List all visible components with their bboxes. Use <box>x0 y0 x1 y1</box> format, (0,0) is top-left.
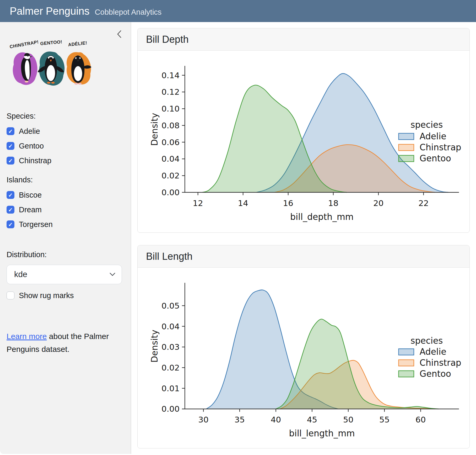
svg-text:12: 12 <box>193 198 203 208</box>
penguins-artwork: CHINSTRAP! GENTOO! ADÉLIE! <box>8 39 97 92</box>
show-rug-marks-checkbox[interactable] <box>7 292 14 299</box>
svg-text:0.01: 0.01 <box>161 384 180 393</box>
chevron-left-icon <box>115 29 124 39</box>
checkbox-label-chinstrap: Chinstrap <box>19 156 51 165</box>
checkbox-chinstrap[interactable] <box>7 157 14 165</box>
svg-text:20: 20 <box>373 198 383 208</box>
distribution-selected-value: kde <box>14 270 27 279</box>
show-rug-marks-label: Show rug marks <box>19 291 74 300</box>
svg-text:Chinstrap: Chinstrap <box>420 142 461 152</box>
checkbox-biscoe[interactable] <box>7 191 14 199</box>
svg-text:bill_length_mm: bill_length_mm <box>289 428 355 438</box>
svg-text:Adelie: Adelie <box>420 347 446 357</box>
svg-text:55: 55 <box>379 415 390 424</box>
islands-section-label: Islands: <box>7 176 131 184</box>
bill-length-card: Bill Length 303540455055600.000.010.020.… <box>137 245 470 448</box>
svg-text:species: species <box>410 120 443 130</box>
sidebar: CHINSTRAP! GENTOO! ADÉLIE! Species: Adel… <box>0 22 131 454</box>
svg-text:species: species <box>410 336 443 346</box>
learn-more-link[interactable]: Learn more <box>7 332 47 341</box>
checkbox-label-dream: Dream <box>19 205 42 214</box>
svg-text:Density: Density <box>149 330 160 363</box>
chinstrap-penguin-illustration <box>13 52 37 85</box>
bill-length-card-body: 303540455055600.000.010.020.030.040.05bi… <box>138 268 469 448</box>
checkbox-gentoo[interactable] <box>7 142 14 150</box>
svg-text:0.05: 0.05 <box>161 301 180 310</box>
svg-text:0.03: 0.03 <box>161 342 180 352</box>
app-title: Palmer Penguins <box>10 0 90 22</box>
svg-text:Density: Density <box>149 113 160 146</box>
svg-text:0.04: 0.04 <box>161 154 180 164</box>
bill-length-kde-plot: 303540455055600.000.010.020.030.040.05bi… <box>138 268 469 448</box>
species-section-label: Species: <box>7 112 131 120</box>
checkbox-row-chinstrap[interactable]: Chinstrap <box>7 157 131 165</box>
checkbox-torgersen[interactable] <box>7 220 14 228</box>
learn-more-paragraph: Learn more about the Palmer Penguins dat… <box>7 330 121 356</box>
checkbox-row-adelie[interactable]: Adelie <box>7 127 131 135</box>
svg-text:0.06: 0.06 <box>161 137 180 147</box>
sidebar-collapse-button[interactable] <box>115 29 124 39</box>
bill-depth-kde-plot: 1214161820220.000.020.040.060.080.100.12… <box>138 51 469 232</box>
main-content: Bill Depth 1214161820220.000.020.040.060… <box>131 22 476 454</box>
svg-text:bill_depth_mm: bill_depth_mm <box>290 212 354 222</box>
islands-checkbox-group: BiscoeDreamTorgersen <box>0 191 131 228</box>
chevron-down-icon <box>110 273 115 276</box>
bill-depth-card-title: Bill Depth <box>138 28 469 51</box>
artwork-label-gentoo: GENTOO! <box>40 39 62 46</box>
svg-text:14: 14 <box>238 198 248 208</box>
svg-text:Chinstrap: Chinstrap <box>420 358 461 368</box>
svg-text:0.00: 0.00 <box>161 188 180 197</box>
svg-text:0.14: 0.14 <box>161 71 180 80</box>
artwork-label-adelie: ADÉLIE! <box>68 40 87 47</box>
bill-depth-card: Bill Depth 1214161820220.000.020.040.060… <box>137 28 470 233</box>
svg-text:0.02: 0.02 <box>161 171 180 180</box>
checkbox-dream[interactable] <box>7 206 14 214</box>
bill-length-card-title: Bill Length <box>138 245 469 268</box>
checkbox-label-adelie: Adelie <box>19 127 40 136</box>
svg-text:30: 30 <box>198 415 208 424</box>
page-layout: CHINSTRAP! GENTOO! ADÉLIE! Species: Adel… <box>0 22 476 454</box>
svg-text:0.10: 0.10 <box>161 104 180 113</box>
checkbox-row-gentoo[interactable]: Gentoo <box>7 142 131 150</box>
svg-text:18: 18 <box>328 198 338 208</box>
checkbox-row-biscoe[interactable]: Biscoe <box>7 191 131 199</box>
svg-text:50: 50 <box>343 415 353 424</box>
adelie-penguin-illustration <box>67 52 91 85</box>
svg-text:45: 45 <box>307 415 317 424</box>
gentoo-penguin-illustration <box>38 51 64 86</box>
svg-text:0.08: 0.08 <box>161 121 180 130</box>
svg-text:Adelie: Adelie <box>420 131 446 141</box>
svg-text:16: 16 <box>283 198 293 208</box>
checkbox-label-torgersen: Torgersen <box>19 220 53 229</box>
distribution-select[interactable]: kde <box>7 265 122 284</box>
app-subtitle: Cobblepot Analytics <box>95 8 162 17</box>
svg-text:60: 60 <box>415 415 426 424</box>
checkbox-row-torgersen[interactable]: Torgersen <box>7 220 131 228</box>
checkbox-row-dream[interactable]: Dream <box>7 206 131 214</box>
svg-text:0.00: 0.00 <box>161 404 180 414</box>
checkbox-adelie[interactable] <box>7 127 14 135</box>
svg-text:Gentoo: Gentoo <box>420 369 451 379</box>
bill-depth-card-body: 1214161820220.000.020.040.060.080.100.12… <box>138 51 469 232</box>
svg-text:0.12: 0.12 <box>161 87 180 97</box>
svg-text:35: 35 <box>234 415 245 424</box>
checkbox-label-biscoe: Biscoe <box>19 191 42 199</box>
svg-text:Gentoo: Gentoo <box>420 153 451 163</box>
svg-text:0.04: 0.04 <box>161 322 180 331</box>
artwork-label-chinstrap: CHINSTRAP! <box>9 39 39 49</box>
svg-text:0.02: 0.02 <box>161 363 180 372</box>
app-header: Palmer Penguins Cobblepot Analytics <box>0 0 476 22</box>
checkbox-label-gentoo: Gentoo <box>19 142 44 150</box>
species-checkbox-group: AdelieGentooChinstrap <box>0 127 131 165</box>
svg-text:40: 40 <box>271 415 281 424</box>
svg-text:22: 22 <box>418 198 429 208</box>
distribution-section-label: Distribution: <box>7 250 131 259</box>
show-rug-marks-row[interactable]: Show rug marks <box>7 292 131 299</box>
